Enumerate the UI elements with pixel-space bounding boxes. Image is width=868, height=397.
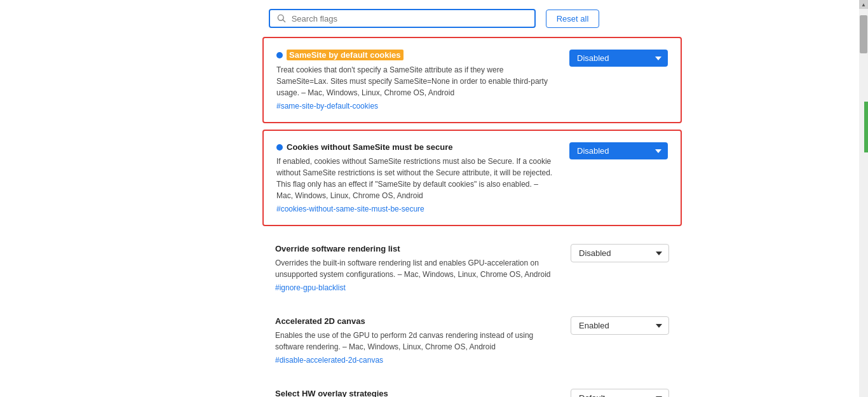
flag-title-label: Override software rendering list [275,244,400,253]
flags-page: Reset all SameSite by default cookies Tr… [0,0,868,397]
scrollbar[interactable]: ▲ ▼ [859,0,868,397]
scroll-position-indicator [864,102,868,152]
search-input[interactable] [292,14,528,24]
flag-title: Accelerated 2D canvas [275,316,558,326]
flag-title-label: Cookies without SameSite must be secure [287,142,453,152]
flag-control: Default Disabled Enabled [571,316,669,335]
scroll-up-button[interactable]: ▲ [859,0,868,9]
flag-dot-indicator [276,52,283,58]
scroll-thumb[interactable] [860,15,867,53]
flag-description: If enabled, cookies without SameSite res… [276,156,557,201]
flag-item-text: Accelerated 2D canvas Enables the use of… [275,316,558,365]
flag-description: Treat cookies that don't specify a SameS… [276,64,557,98]
flag-item-cookies-samesite-secure: Cookies without SameSite must be secure … [262,130,682,226]
flag-select-cookies-secure[interactable]: Default Disabled Enabled [569,142,668,159]
flag-anchor-link[interactable]: #disable-accelerated-2d-canvas [275,356,383,365]
flag-item-text: Override software rendering list Overrid… [275,244,558,292]
flag-control: Default Disabled Enabled [569,50,668,67]
flag-description: Overrides the built-in software renderin… [275,257,558,280]
flags-content-area: SameSite by default cookies Treat cookie… [85,37,783,397]
flag-title-label: SameSite by default cookies [287,50,403,60]
flag-anchor-link[interactable]: #cookies-without-same-site-must-be-secur… [276,205,424,213]
flag-item-text: Cookies without SameSite must be secure … [276,142,557,213]
flag-title: Override software rendering list [275,244,558,253]
search-bar-row: Reset all [0,0,868,37]
flag-item-gpu-blacklist: Override software rendering list Overrid… [262,232,682,304]
flag-description: Enables the use of the GPU to perform 2d… [275,330,558,353]
flag-select-2d-canvas[interactable]: Default Disabled Enabled [571,316,669,335]
flag-item-text: SameSite by default cookies Treat cookie… [276,50,557,111]
flag-title-label: Accelerated 2D canvas [275,316,365,326]
scroll-track [859,9,868,397]
flag-title: Cookies without SameSite must be secure [276,142,557,152]
flag-title: Select HW overlay strategies [275,389,558,397]
search-icon [276,13,287,24]
flag-title-label: Select HW overlay strategies [275,389,388,397]
reset-all-button[interactable]: Reset all [546,10,600,28]
flag-select-samesite-default[interactable]: Default Disabled Enabled [569,50,668,67]
flag-dot-indicator [276,144,283,151]
svg-line-1 [283,20,285,22]
flag-control: Default Disabled Enabled [571,244,669,262]
flag-select-gpu-blacklist[interactable]: Default Disabled Enabled [571,244,669,262]
search-input-wrap [269,9,536,28]
flag-item-samesite-default: SameSite by default cookies Treat cookie… [262,37,682,123]
flag-title: SameSite by default cookies [276,50,557,60]
flag-anchor-link[interactable]: #same-site-by-default-cookies [276,102,378,111]
flag-control: Default Disabled Enabled [571,389,669,397]
flag-item-hw-overlay: Select HW overlay strategies Select stra… [262,377,682,397]
flag-control: Default Disabled Enabled [569,142,668,159]
flag-select-hw-overlay[interactable]: Default Disabled Enabled [571,389,669,397]
flag-anchor-link[interactable]: #ignore-gpu-blacklist [275,283,346,292]
flag-item-2d-canvas: Accelerated 2D canvas Enables the use of… [262,305,682,376]
flag-item-text: Select HW overlay strategies Select stra… [275,389,558,397]
